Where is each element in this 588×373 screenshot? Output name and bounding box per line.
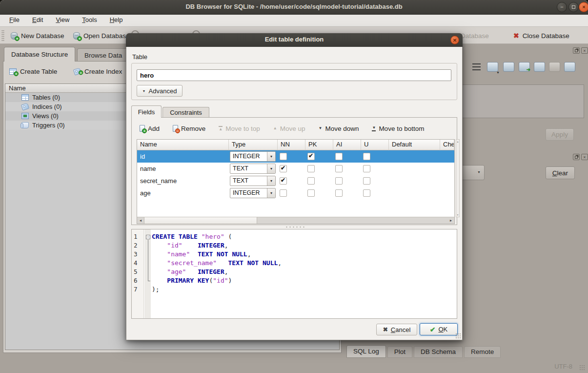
sql-tab-list-icon[interactable] [472, 63, 481, 70]
dock-tab-sql-log[interactable]: SQL Log [346, 345, 386, 358]
column-header-pk[interactable]: PK [305, 140, 333, 150]
link-icon[interactable] [534, 62, 545, 72]
scrollbar-track[interactable] [257, 217, 447, 224]
encoding-indicator[interactable]: UTF-8 [554, 363, 572, 370]
nn-checkbox-id[interactable] [280, 153, 287, 160]
combo-arrow-icon[interactable]: ▾ [267, 188, 275, 198]
u-checkbox-secret-name[interactable] [363, 177, 370, 185]
window-resize-grip[interactable] [579, 365, 585, 371]
move-to-bottom-button[interactable]: ▼Move to bottom [372, 125, 424, 132]
ai-checkbox-secret-name[interactable] [335, 177, 343, 185]
menu-item-tools[interactable]: Tools [76, 15, 103, 26]
type-combo-secret-name[interactable]: TEXT▾ [230, 176, 276, 186]
open-database-button[interactable]: + Open Database [73, 30, 130, 41]
clear-button[interactable]: Clear [546, 166, 575, 179]
pk-checkbox-secret-name[interactable] [307, 177, 315, 185]
type-value: INTEGER [230, 188, 267, 198]
type-combo-name[interactable]: TEXT▾ [230, 164, 276, 174]
dock-tab-plot[interactable]: Plot [387, 346, 412, 358]
u-checkbox-id[interactable] [363, 153, 370, 160]
move-bottom-icon: ▼ [372, 126, 376, 131]
ok-button[interactable]: ✔ OK [420, 323, 458, 335]
field-row-name[interactable]: nameTEXT▾ [137, 163, 454, 175]
nn-checkbox-secret-name[interactable] [280, 177, 287, 185]
open-sql-file-icon[interactable]: ▼ [487, 62, 498, 72]
ai-checkbox-age[interactable] [335, 189, 343, 197]
dock-float-button[interactable] [573, 154, 580, 160]
print-icon[interactable] [564, 62, 575, 72]
tab-database-structure[interactable]: Database Structure [4, 47, 75, 62]
tab-constraints[interactable]: Constraints [162, 107, 209, 118]
scroll-left-icon[interactable]: ◂ [137, 217, 144, 224]
u-checkbox-name[interactable] [363, 165, 370, 172]
menu-item-edit[interactable]: Edit [26, 15, 49, 26]
save-sql-file-icon[interactable] [503, 62, 514, 72]
new-database-button[interactable]: + New Database [11, 30, 64, 41]
tab-browse-data[interactable]: Browse Data [77, 48, 129, 62]
dock-tab-db-schema[interactable]: DB Schema [414, 346, 463, 358]
dialog-titlebar[interactable]: Edit table definition ✕ [126, 33, 463, 47]
pk-checkbox-age[interactable] [307, 189, 315, 197]
dock-tab-remote[interactable]: Remote [464, 346, 501, 358]
field-row-id[interactable]: idINTEGER▾ [137, 150, 454, 163]
cancel-button[interactable]: ✖ Cancel [376, 324, 417, 335]
u-checkbox-age[interactable] [363, 189, 370, 197]
splitter-handle[interactable] [285, 226, 304, 228]
menu-item-view[interactable]: View [49, 15, 76, 26]
column-header-che[interactable]: Che [440, 140, 454, 150]
dialog-resize-grip[interactable] [455, 333, 461, 338]
type-combo-age[interactable]: INTEGER▾ [230, 188, 276, 198]
sql-line: ); [152, 286, 457, 294]
toolbar-drag-handle[interactable] [1, 30, 4, 41]
dock-close-button[interactable]: × [581, 154, 588, 160]
scroll-right-icon[interactable]: ▸ [447, 217, 454, 224]
sql-line: PRIMARY KEY("id") [152, 277, 457, 286]
pk-checkbox-name[interactable] [307, 165, 315, 172]
column-header-u[interactable]: U [361, 140, 389, 150]
dialog-close-button[interactable]: ✕ [450, 36, 459, 44]
column-header-ai[interactable]: AI [333, 140, 361, 150]
scrollbar-thumb[interactable] [144, 217, 257, 224]
create-table-button[interactable]: + Create Table [9, 66, 57, 77]
ai-checkbox-name[interactable] [335, 165, 343, 172]
type-cell: INTEGER▾ [229, 187, 278, 199]
nn-checkbox-name[interactable] [280, 165, 287, 172]
tab-fields[interactable]: Fields [131, 105, 162, 118]
combo-arrow-icon[interactable]: ▾ [267, 176, 275, 186]
sql-token: , [224, 242, 228, 249]
field-row-age[interactable]: ageINTEGER▾ [137, 187, 454, 199]
pk-checkbox-id[interactable] [307, 153, 315, 160]
titlebar[interactable]: DB Browser for SQLite - /home/user/code/… [0, 0, 588, 15]
column-header-default[interactable]: Default [389, 140, 440, 150]
maximize-button[interactable] [568, 2, 579, 12]
ai-checkbox-id[interactable] [335, 153, 343, 160]
minimize-button[interactable]: − [557, 2, 567, 12]
nn-checkbox-age[interactable] [280, 189, 287, 197]
menu-item-help[interactable]: Help [103, 15, 129, 26]
dock-close-button[interactable]: × [581, 47, 588, 54]
table-name-input[interactable] [137, 69, 451, 81]
column-header-type[interactable]: Type [229, 140, 278, 150]
execute-sql-icon[interactable]: ➜ [519, 62, 530, 72]
combo-arrow-icon[interactable]: ▾ [267, 164, 275, 173]
type-combo-id[interactable]: INTEGER▾ [230, 151, 276, 162]
dock-float-button[interactable] [573, 47, 580, 54]
create-index-button[interactable]: + Create Index [74, 66, 122, 77]
close-window-button[interactable]: × [579, 2, 588, 12]
remove-button[interactable]: −Remove [173, 125, 205, 132]
field-row-secret-name[interactable]: secret_nameTEXT▾ [137, 175, 454, 187]
ai-cell [333, 163, 361, 175]
grid-vertical-scrollbar[interactable]: ▲▼ [456, 139, 460, 217]
close-database-button[interactable]: ✖ Close Database [513, 30, 569, 41]
move-down-button[interactable]: ▼Move down [318, 125, 359, 132]
sql-line: "secret_name" TEXT NOT NULL, [152, 259, 457, 268]
add-button[interactable]: +Add [140, 125, 160, 132]
fold-collapse-icon[interactable]: − [146, 235, 150, 239]
grid-horizontal-scrollbar[interactable]: ◂ ▸ [137, 217, 454, 224]
menu-item-file[interactable]: File [3, 15, 26, 26]
advanced-button[interactable]: ▼ Advanced [137, 85, 182, 97]
column-header-name[interactable]: Name [137, 140, 229, 150]
combo-arrow-icon[interactable]: ▾ [267, 152, 275, 161]
sql-preview[interactable]: 1234567 − CREATE TABLE "hero" ( "id" INT… [131, 229, 457, 319]
column-header-nn[interactable]: NN [278, 140, 305, 150]
